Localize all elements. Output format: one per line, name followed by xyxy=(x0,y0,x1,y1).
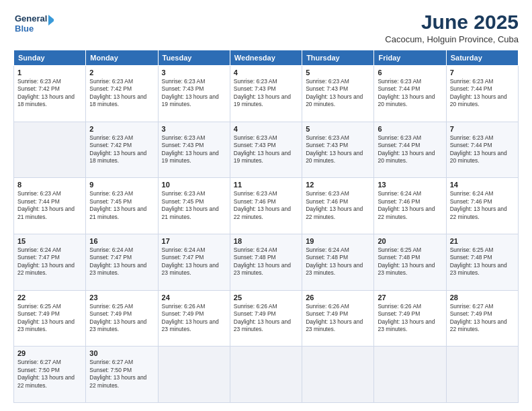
table-row: 23 Sunrise: 6:25 AM Sunset: 7:49 PM Dayl… xyxy=(86,290,158,347)
page-subtitle: Cacocum, Holguin Province, Cuba xyxy=(385,34,519,44)
day-detail: Sunrise: 6:23 AM Sunset: 7:44 PM Dayligh… xyxy=(450,78,515,109)
logo: General Blue xyxy=(13,11,54,38)
day-detail: Sunrise: 6:27 AM Sunset: 7:50 PM Dayligh… xyxy=(89,359,154,390)
day-detail: Sunrise: 6:24 AM Sunset: 7:46 PM Dayligh… xyxy=(450,190,515,221)
day-number: 29 xyxy=(17,349,82,357)
day-number: 4 xyxy=(234,125,298,133)
table-row: 3 Sunrise: 6:23 AM Sunset: 7:43 PM Dayli… xyxy=(158,66,230,122)
day-detail: Sunrise: 6:23 AM Sunset: 7:46 PM Dayligh… xyxy=(234,190,298,221)
table-row: 1 Sunrise: 6:23 AM Sunset: 7:42 PM Dayli… xyxy=(14,66,86,122)
day-detail: Sunrise: 6:24 AM Sunset: 7:46 PM Dayligh… xyxy=(378,190,442,221)
table-row: 13 Sunrise: 6:24 AM Sunset: 7:46 PM Dayl… xyxy=(374,178,446,234)
day-detail: Sunrise: 6:26 AM Sunset: 7:49 PM Dayligh… xyxy=(306,303,370,334)
day-detail: Sunrise: 6:23 AM Sunset: 7:44 PM Dayligh… xyxy=(378,78,442,109)
table-row xyxy=(158,347,230,403)
day-detail: Sunrise: 6:23 AM Sunset: 7:43 PM Dayligh… xyxy=(234,134,298,165)
day-detail: Sunrise: 6:25 AM Sunset: 7:49 PM Dayligh… xyxy=(17,303,82,334)
day-number: 1 xyxy=(17,68,82,77)
table-row: 11 Sunrise: 6:23 AM Sunset: 7:46 PM Dayl… xyxy=(230,178,302,234)
day-number: 8 xyxy=(17,181,82,189)
day-detail: Sunrise: 6:25 AM Sunset: 7:48 PM Dayligh… xyxy=(378,246,442,277)
day-number: 4 xyxy=(234,68,298,77)
day-number: 3 xyxy=(162,68,226,77)
table-row: 5 Sunrise: 6:23 AM Sunset: 7:43 PM Dayli… xyxy=(302,66,374,122)
day-number: 3 xyxy=(162,125,226,133)
day-detail: Sunrise: 6:24 AM Sunset: 7:47 PM Dayligh… xyxy=(17,246,82,277)
day-detail: Sunrise: 6:23 AM Sunset: 7:43 PM Dayligh… xyxy=(306,134,370,165)
table-row: 16 Sunrise: 6:24 AM Sunset: 7:47 PM Dayl… xyxy=(86,234,158,290)
day-number: 15 xyxy=(17,237,82,245)
table-row: 27 Sunrise: 6:26 AM Sunset: 7:49 PM Dayl… xyxy=(374,290,446,347)
svg-text:General: General xyxy=(15,13,47,24)
day-number: 13 xyxy=(378,181,442,189)
day-number: 17 xyxy=(162,237,226,245)
day-number: 11 xyxy=(234,181,298,189)
day-number: 5 xyxy=(306,68,370,77)
table-row: 6 Sunrise: 6:23 AM Sunset: 7:44 PM Dayli… xyxy=(374,122,446,178)
day-detail: Sunrise: 6:23 AM Sunset: 7:43 PM Dayligh… xyxy=(162,78,226,109)
table-row: 7 Sunrise: 6:23 AM Sunset: 7:44 PM Dayli… xyxy=(446,122,518,178)
table-row: 20 Sunrise: 6:25 AM Sunset: 7:48 PM Dayl… xyxy=(374,234,446,290)
table-row: 22 Sunrise: 6:25 AM Sunset: 7:49 PM Dayl… xyxy=(14,290,86,347)
logo-svg: General Blue xyxy=(13,11,54,38)
svg-text:Blue: Blue xyxy=(15,24,34,34)
day-number: 18 xyxy=(234,237,298,245)
table-row: 6 Sunrise: 6:23 AM Sunset: 7:44 PM Dayli… xyxy=(374,66,446,122)
day-number: 6 xyxy=(378,68,442,77)
table-row: 28 Sunrise: 6:27 AM Sunset: 7:49 PM Dayl… xyxy=(446,290,518,347)
day-detail: Sunrise: 6:27 AM Sunset: 7:50 PM Dayligh… xyxy=(17,359,82,390)
day-detail: Sunrise: 6:23 AM Sunset: 7:44 PM Dayligh… xyxy=(378,134,442,165)
col-friday: Friday xyxy=(374,50,446,66)
table-row xyxy=(302,347,374,403)
day-number: 25 xyxy=(234,293,298,302)
day-number: 2 xyxy=(89,68,154,77)
day-number: 14 xyxy=(450,181,515,189)
table-row xyxy=(14,122,86,178)
table-row: 15 Sunrise: 6:24 AM Sunset: 7:47 PM Dayl… xyxy=(14,234,86,290)
col-monday: Monday xyxy=(86,50,158,66)
page-title: June 2025 xyxy=(385,11,519,33)
table-row: 2 Sunrise: 6:23 AM Sunset: 7:42 PM Dayli… xyxy=(86,66,158,122)
day-number: 2 xyxy=(89,125,154,133)
day-number: 26 xyxy=(306,293,370,302)
day-detail: Sunrise: 6:25 AM Sunset: 7:49 PM Dayligh… xyxy=(89,303,154,334)
day-number: 22 xyxy=(17,293,82,302)
table-row: 21 Sunrise: 6:25 AM Sunset: 7:48 PM Dayl… xyxy=(446,234,518,290)
table-row xyxy=(446,347,518,403)
table-row: 4 Sunrise: 6:23 AM Sunset: 7:43 PM Dayli… xyxy=(230,66,302,122)
col-sunday: Sunday xyxy=(14,50,86,66)
day-number: 10 xyxy=(162,181,226,189)
day-detail: Sunrise: 6:26 AM Sunset: 7:49 PM Dayligh… xyxy=(378,303,442,334)
day-number: 12 xyxy=(306,181,370,189)
day-detail: Sunrise: 6:23 AM Sunset: 7:42 PM Dayligh… xyxy=(89,134,154,165)
day-detail: Sunrise: 6:26 AM Sunset: 7:49 PM Dayligh… xyxy=(234,303,298,334)
table-row: 8 Sunrise: 6:23 AM Sunset: 7:44 PM Dayli… xyxy=(14,178,86,234)
day-detail: Sunrise: 6:26 AM Sunset: 7:49 PM Dayligh… xyxy=(162,303,226,334)
day-number: 27 xyxy=(378,293,442,302)
table-row: 12 Sunrise: 6:23 AM Sunset: 7:46 PM Dayl… xyxy=(302,178,374,234)
day-number: 28 xyxy=(450,293,515,302)
table-row: 10 Sunrise: 6:23 AM Sunset: 7:45 PM Dayl… xyxy=(158,178,230,234)
day-number: 19 xyxy=(306,237,370,245)
col-thursday: Thursday xyxy=(302,50,374,66)
table-row xyxy=(230,347,302,403)
svg-marker-2 xyxy=(48,15,54,26)
table-row: 19 Sunrise: 6:24 AM Sunset: 7:48 PM Dayl… xyxy=(302,234,374,290)
day-detail: Sunrise: 6:23 AM Sunset: 7:44 PM Dayligh… xyxy=(450,134,515,165)
day-number: 21 xyxy=(450,237,515,245)
day-detail: Sunrise: 6:23 AM Sunset: 7:45 PM Dayligh… xyxy=(162,190,226,221)
table-row: 26 Sunrise: 6:26 AM Sunset: 7:49 PM Dayl… xyxy=(302,290,374,347)
day-detail: Sunrise: 6:25 AM Sunset: 7:48 PM Dayligh… xyxy=(450,246,515,277)
day-number: 23 xyxy=(89,293,154,302)
day-detail: Sunrise: 6:27 AM Sunset: 7:49 PM Dayligh… xyxy=(450,303,515,334)
day-detail: Sunrise: 6:23 AM Sunset: 7:43 PM Dayligh… xyxy=(234,78,298,109)
day-detail: Sunrise: 6:24 AM Sunset: 7:48 PM Dayligh… xyxy=(306,246,370,277)
day-detail: Sunrise: 6:24 AM Sunset: 7:48 PM Dayligh… xyxy=(234,246,298,277)
table-row: 18 Sunrise: 6:24 AM Sunset: 7:48 PM Dayl… xyxy=(230,234,302,290)
day-detail: Sunrise: 6:24 AM Sunset: 7:47 PM Dayligh… xyxy=(162,246,226,277)
table-row: 3 Sunrise: 6:23 AM Sunset: 7:43 PM Dayli… xyxy=(158,122,230,178)
table-row: 17 Sunrise: 6:24 AM Sunset: 7:47 PM Dayl… xyxy=(158,234,230,290)
table-row: 2 Sunrise: 6:23 AM Sunset: 7:42 PM Dayli… xyxy=(86,122,158,178)
day-number: 16 xyxy=(89,237,154,245)
day-detail: Sunrise: 6:23 AM Sunset: 7:42 PM Dayligh… xyxy=(89,78,154,109)
